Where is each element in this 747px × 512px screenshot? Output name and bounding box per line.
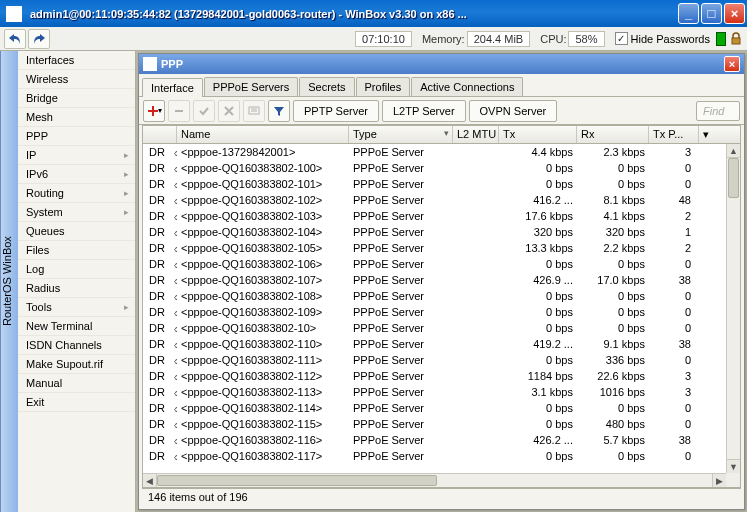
tab-profiles[interactable]: Profiles <box>356 77 411 96</box>
table-row[interactable]: DR⬨⬨<pppoe-QQ160383802-115>PPPoE Server0… <box>143 416 726 432</box>
col-rx[interactable]: Rx <box>577 126 649 143</box>
row-rx: 1016 bps <box>577 386 649 398</box>
sidebar-item-ppp[interactable]: PPP <box>18 127 135 146</box>
table-row[interactable]: DR⬨⬨<pppoe-QQ160383802-103>PPPoE Server1… <box>143 208 726 224</box>
tab-interface[interactable]: Interface <box>142 78 203 97</box>
close-button[interactable]: × <box>724 3 745 24</box>
maximize-button[interactable]: □ <box>701 3 722 24</box>
table-row[interactable]: DR⬨⬨<pppoe-QQ160383802-114>PPPoE Server0… <box>143 400 726 416</box>
table-row[interactable]: DR⬨⬨<pppoe-QQ160383802-106>PPPoE Server0… <box>143 256 726 272</box>
row-rx: 22.6 kbps <box>577 370 649 382</box>
scroll-thumb[interactable] <box>728 158 739 198</box>
col-tx[interactable]: Tx <box>499 126 577 143</box>
link-icon: ⬨⬨ <box>169 370 177 382</box>
table-row[interactable]: DR⬨⬨<pppoe-QQ160383802-100>PPPoE Server0… <box>143 160 726 176</box>
scroll-corner <box>726 473 740 487</box>
tab-secrets[interactable]: Secrets <box>299 77 354 96</box>
sidebar-item-manual[interactable]: Manual <box>18 374 135 393</box>
app-icon <box>6 6 22 22</box>
minimize-button[interactable]: _ <box>678 3 699 24</box>
row-flag: DR <box>143 162 169 174</box>
vertical-scrollbar[interactable]: ▲ ▼ <box>726 144 740 473</box>
row-txp: 3 <box>649 386 699 398</box>
sidebar-item-bridge[interactable]: Bridge <box>18 89 135 108</box>
horizontal-scrollbar[interactable]: ◀ ▶ <box>143 473 726 487</box>
hscroll-thumb[interactable] <box>157 475 437 486</box>
table-row[interactable]: DR⬨⬨<pppoe-QQ160383802-10>PPPoE Server0 … <box>143 320 726 336</box>
row-flag: DR <box>143 322 169 334</box>
table-row[interactable]: DR⬨⬨<pppoe-QQ160383802-108>PPPoE Server0… <box>143 288 726 304</box>
col-menu-button[interactable]: ▾ <box>699 126 740 143</box>
remove-button[interactable] <box>168 100 190 122</box>
sidebar-item-routing[interactable]: Routing <box>18 184 135 203</box>
table-row[interactable]: DR⬨⬨<pppoe-QQ160383802-107>PPPoE Server4… <box>143 272 726 288</box>
sidebar-item-files[interactable]: Files <box>18 241 135 260</box>
table-row[interactable]: DR⬨⬨<pppoe-QQ160383802-109>PPPoE Server0… <box>143 304 726 320</box>
link-icon: ⬨⬨ <box>169 274 177 286</box>
ppp-window-close-button[interactable]: × <box>724 56 740 72</box>
sidebar-item-make-supout-rif[interactable]: Make Supout.rif <box>18 355 135 374</box>
row-flag: DR <box>143 354 169 366</box>
window-title: admin1@00:11:09:35:44:82 (13729842001-go… <box>26 8 676 20</box>
ppp-window-titlebar[interactable]: PPP × <box>139 54 744 74</box>
sidebar-item-interfaces[interactable]: Interfaces <box>18 51 135 70</box>
table-row[interactable]: DR⬨⬨<pppoe-QQ160383802-104>PPPoE Server3… <box>143 224 726 240</box>
table-row[interactable]: DR⬨⬨<pppoe-QQ160383802-105>PPPoE Server1… <box>143 240 726 256</box>
l2tp-server-button[interactable]: L2TP Server <box>382 100 466 122</box>
pptp-server-button[interactable]: PPTP Server <box>293 100 379 122</box>
enable-button[interactable] <box>193 100 215 122</box>
row-tx: 320 bps <box>499 226 577 238</box>
table-row[interactable]: DR⬨⬨<pppoe-QQ160383802-102>PPPoE Server4… <box>143 192 726 208</box>
hide-passwords-checkbox[interactable]: ✓Hide Passwords <box>615 32 710 45</box>
sidebar-item-queues[interactable]: Queues <box>18 222 135 241</box>
sidebar-item-ip[interactable]: IP <box>18 146 135 165</box>
table-row[interactable]: DR⬨⬨<pppoe-QQ160383802-110>PPPoE Server4… <box>143 336 726 352</box>
col-name[interactable]: Name <box>177 126 349 143</box>
col-txp[interactable]: Tx P... <box>649 126 699 143</box>
row-txp: 48 <box>649 194 699 206</box>
col-l2mtu[interactable]: L2 MTU <box>453 126 499 143</box>
add-button[interactable]: ▾ <box>143 100 165 122</box>
row-flag: DR <box>143 370 169 382</box>
table-row[interactable]: DR⬨⬨<pppoe-QQ160383802-117>PPPoE Server0… <box>143 448 726 464</box>
sidebar-item-system[interactable]: System <box>18 203 135 222</box>
filter-button[interactable] <box>268 100 290 122</box>
sidebar-item-exit[interactable]: Exit <box>18 393 135 412</box>
redo-button[interactable] <box>28 29 50 49</box>
sidebar-item-wireless[interactable]: Wireless <box>18 70 135 89</box>
row-tx: 17.6 kbps <box>499 210 577 222</box>
row-tx: 0 bps <box>499 354 577 366</box>
row-flag: DR <box>143 226 169 238</box>
table-row[interactable]: DR⬨⬨<pppoe-QQ160383802-116>PPPoE Server4… <box>143 432 726 448</box>
disable-button[interactable] <box>218 100 240 122</box>
sidebar-item-log[interactable]: Log <box>18 260 135 279</box>
scroll-right-icon[interactable]: ▶ <box>712 474 726 487</box>
tab-active-connections[interactable]: Active Connections <box>411 77 523 96</box>
ovpn-server-button[interactable]: OVPN Server <box>469 100 558 122</box>
table-row[interactable]: DR⬨⬨<pppoe-13729842001>PPPoE Server4.4 k… <box>143 144 726 160</box>
tab-pppoe-servers[interactable]: PPPoE Servers <box>204 77 298 96</box>
find-input[interactable]: Find <box>696 101 740 121</box>
row-rx: 0 bps <box>577 258 649 270</box>
link-icon: ⬨⬨ <box>169 210 177 222</box>
scroll-left-icon[interactable]: ◀ <box>143 474 157 487</box>
sidebar-item-radius[interactable]: Radius <box>18 279 135 298</box>
row-type: PPPoE Server <box>349 418 453 430</box>
scroll-down-icon[interactable]: ▼ <box>727 459 740 473</box>
sidebar-item-isdn-channels[interactable]: ISDN Channels <box>18 336 135 355</box>
sidebar-item-ipv6[interactable]: IPv6 <box>18 165 135 184</box>
sidebar-item-new-terminal[interactable]: New Terminal <box>18 317 135 336</box>
table-row[interactable]: DR⬨⬨<pppoe-QQ160383802-112>PPPoE Server1… <box>143 368 726 384</box>
col-type[interactable]: Type <box>349 126 453 143</box>
undo-button[interactable] <box>4 29 26 49</box>
row-name: <pppoe-QQ160383802-113> <box>177 386 349 398</box>
row-name: <pppoe-QQ160383802-106> <box>177 258 349 270</box>
scroll-up-icon[interactable]: ▲ <box>727 144 740 158</box>
row-rx: 0 bps <box>577 402 649 414</box>
table-row[interactable]: DR⬨⬨<pppoe-QQ160383802-101>PPPoE Server0… <box>143 176 726 192</box>
table-row[interactable]: DR⬨⬨<pppoe-QQ160383802-113>PPPoE Server3… <box>143 384 726 400</box>
comment-button[interactable] <box>243 100 265 122</box>
table-row[interactable]: DR⬨⬨<pppoe-QQ160383802-111>PPPoE Server0… <box>143 352 726 368</box>
sidebar-item-tools[interactable]: Tools <box>18 298 135 317</box>
sidebar-item-mesh[interactable]: Mesh <box>18 108 135 127</box>
